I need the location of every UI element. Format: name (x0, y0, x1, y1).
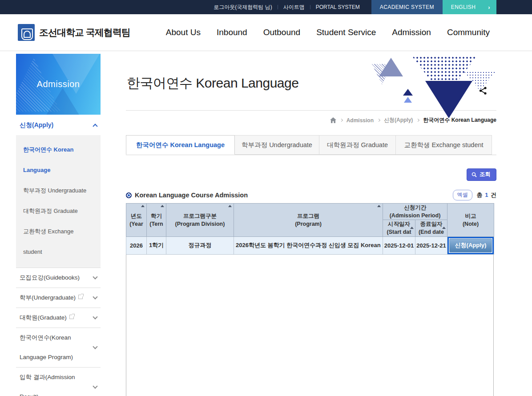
menu-label: 대학원(Graduate) (20, 314, 67, 321)
portal-system-link[interactable]: PORTAL SYSTEM (310, 0, 365, 14)
sort-asc-icon (410, 227, 414, 229)
nav-about-us[interactable]: About Us (166, 28, 201, 37)
header-text: (Start dat (387, 229, 411, 235)
header-text: (End date (419, 229, 444, 235)
site-logo[interactable]: 조선대학교 국제협력팀 (18, 24, 130, 41)
search-button[interactable]: 조회 (467, 168, 496, 181)
sitemap-link[interactable]: 사이트맵 (278, 0, 310, 14)
column-header-year[interactable]: 년도 (Year (126, 204, 147, 237)
section-header-row: Korean Language Course Admission 엑셀 총 1 … (126, 190, 496, 200)
header-text: (Admission Period) (390, 212, 441, 219)
page: 로그아웃(국제협력팀 님) 사이트맵 PORTAL SYSTEM ACADEMI… (0, 0, 532, 396)
column-header-term[interactable]: 학기 (Tern (147, 204, 166, 237)
breadcrumb: Admission 신청(Apply) 한국어연수 Korean Languag… (126, 116, 496, 124)
header-text: 신청기간 (404, 204, 426, 211)
sidebar-item-graduate[interactable]: 대학원(Graduate) (16, 308, 101, 328)
nav-admission[interactable]: Admission (392, 28, 431, 37)
logout-link[interactable]: 로그아웃(국제협력팀 님) (208, 0, 277, 14)
tab-bar: 한국어연수 Korean Language 학부과정 Undergraduate… (126, 135, 496, 155)
header-text: 프로그램 (297, 213, 319, 219)
nav-student-service[interactable]: Student Service (316, 28, 376, 37)
sort-asc-icon (228, 205, 232, 207)
chevron-up-icon (93, 124, 97, 128)
nav-inbound[interactable]: Inbound (217, 28, 247, 37)
tab-undergraduate[interactable]: 학부과정 Undergraduate (235, 135, 319, 155)
apply-button[interactable]: 신청(Apply) (449, 239, 492, 252)
sidebar-item-korean-language[interactable]: 한국어연수 Korean Language (23, 140, 93, 180)
gray-triangle-decoration (379, 58, 403, 76)
sidebar-item-apply[interactable]: 신청(Apply) (16, 115, 101, 135)
cell-end-date: 2025-12-21 (415, 236, 447, 254)
share-icon[interactable] (479, 86, 488, 97)
tab-exchange-student[interactable]: 교환학생 Exchange student (396, 135, 492, 155)
sidebar-item-undergraduate[interactable]: 학부(Undergraduate) (16, 288, 101, 308)
column-header-note[interactable]: 비고 (Note) (447, 204, 494, 237)
search-row: 조회 (126, 168, 496, 181)
column-header-start-date[interactable]: 시작일자 (Start dat (383, 220, 415, 236)
breadcrumb-current: 한국어연수 Korean Language (423, 116, 496, 124)
menu-label: 한국어연수(Korean Language Program) (20, 334, 73, 360)
chevron-down-icon (93, 384, 97, 388)
chevron-down-icon (93, 344, 97, 349)
bullet-icon (126, 192, 132, 198)
cell-year: 2026 (126, 236, 147, 254)
column-header-program-division[interactable]: 프로그램구분 (Program Division) (166, 204, 234, 237)
sidebar-item-guidebooks[interactable]: 모집요강(Guidebooks) (16, 268, 101, 288)
column-header-program[interactable]: 프로그램 (Program) (234, 204, 383, 237)
sidebar-submenu: 한국어연수 Korean Language 학부과정 Undergraduate… (16, 135, 101, 268)
tab-korean-language[interactable]: 한국어연수 Korean Language (126, 135, 235, 155)
sort-asc-icon (161, 205, 164, 207)
chevron-right-icon: › (488, 4, 490, 11)
column-header-admission-period[interactable]: 신청기간 (Admission Period) (383, 204, 447, 220)
search-button-label: 조회 (480, 171, 491, 178)
menu-label: 모집요강(Guidebooks) (20, 274, 80, 281)
nav-outbound[interactable]: Outbound (263, 28, 300, 37)
excel-export-button[interactable]: 엑셀 (453, 190, 472, 200)
table-row: 2026 1학기 정규과정 2026학년도 봄학기 한국어연수과정 신입생 모집… (126, 236, 494, 254)
cell-start-date: 2025-12-01 (383, 236, 415, 254)
header-text: 프로그램구분 (183, 213, 217, 219)
language-select-english[interactable]: ENGLISH › (443, 0, 496, 14)
section-title: Korean Language Course Admission (135, 192, 248, 199)
header-text: (Year (129, 221, 143, 227)
header-text: (Note) (463, 221, 479, 227)
nav-community[interactable]: Community (447, 28, 490, 37)
language-label: ENGLISH (451, 4, 476, 10)
sidebar-banner: Admission (16, 54, 101, 115)
sidebar-apply-label: 신청(Apply) (20, 121, 53, 129)
sidebar-banner-title: Admission (37, 79, 80, 89)
body-wrap: Admission 신청(Apply) 한국어연수 Korean Languag… (0, 51, 532, 396)
sort-asc-icon (442, 227, 446, 229)
chevron-down-icon (93, 294, 97, 299)
breadcrumb-separator (377, 119, 380, 122)
sidebar-item-korean-program[interactable]: 한국어연수(Korean Language Program) (16, 328, 101, 368)
external-link-icon (78, 295, 83, 299)
cell-division: 정규과정 (166, 236, 234, 254)
small-blue-triangle (404, 97, 412, 103)
site-header: 조선대학교 국제협력팀 About Us Inbound Outbound St… (0, 14, 532, 51)
sidebar-item-exchange-student[interactable]: 교환학생 Exchange student (23, 221, 93, 262)
breadcrumb-apply[interactable]: 신청(Apply) (384, 116, 413, 124)
column-header-end-date[interactable]: 종료일자 (End date (415, 220, 447, 236)
sort-asc-icon (377, 205, 381, 207)
breadcrumb-admission[interactable]: Admission (347, 117, 374, 124)
breadcrumb-separator (340, 119, 343, 122)
header-text: 년도 (131, 213, 142, 219)
menu-label: 학부(Undergraduate) (20, 294, 76, 301)
external-link-icon (69, 315, 74, 319)
admission-grid: 년도 (Year 학기 (Tern 프로그램구분 ( (126, 203, 496, 396)
logo-text: 조선대학교 국제협력팀 (39, 26, 130, 39)
main-content: 한국어연수 Korean Language Admission 신청(Apply… (126, 51, 496, 396)
home-icon[interactable] (330, 117, 336, 123)
tab-graduate[interactable]: 대학원과정 Graduate (319, 135, 396, 155)
sidebar-item-graduate-course[interactable]: 대학원과정 Graduate (23, 201, 93, 221)
top-utility-bar: 로그아웃(국제협력팀 님) 사이트맵 PORTAL SYSTEM ACADEMI… (0, 0, 532, 14)
total-count: 1 (484, 192, 489, 198)
cell-note: 신청(Apply) (447, 236, 494, 254)
header-text: (Tern (149, 221, 163, 227)
header-text: (Program) (295, 221, 322, 227)
sidebar-item-undergraduate-course[interactable]: 학부과정 Undergraduate (23, 180, 93, 201)
academic-system-link[interactable]: ACADEMIC SYSTEM (371, 0, 443, 14)
cell-term: 1학기 (147, 236, 166, 254)
sidebar-item-admission-result[interactable]: 입학 결과(Admission Result) (16, 368, 101, 396)
